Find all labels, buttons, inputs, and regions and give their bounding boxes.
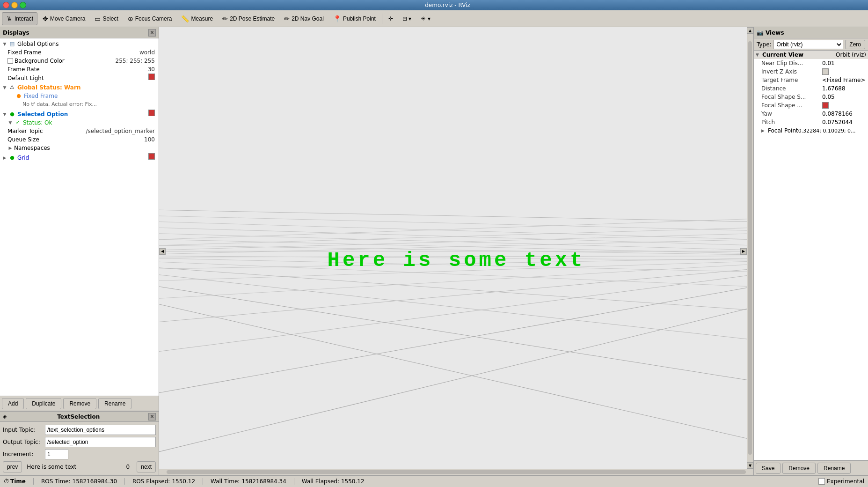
status-ok-label: Status: Ok [23,118,52,127]
default-light-checkbox[interactable] [148,74,155,80]
toolbar-extra-1[interactable]: ✛ [384,12,397,25]
views-zero-button[interactable]: Zero [845,40,865,49]
focal-point-row[interactable]: ▶ Focal Point 0.32284; 0.10029; 0... [754,126,868,135]
marker-topic-row[interactable]: Marker Topic /selected_option_marker [0,127,159,135]
experimental-label: Experimental [827,478,864,485]
ts-increment-field[interactable] [45,449,68,459]
displays-close-button[interactable]: ✕ [148,29,156,37]
ts-close-button[interactable]: ✕ [148,413,156,421]
global-status-expand[interactable]: ▼ [2,85,7,90]
global-options-row[interactable]: ▼ ▤ Global Options [0,40,159,48]
grid-row[interactable]: ▶ ● Grid [0,153,159,162]
views-rename-button[interactable]: Rename [817,463,851,474]
measure-button[interactable]: 📏 Measure [177,12,217,25]
grid-icon: ● [8,154,16,162]
views-type-select[interactable]: Orbit (rviz) [773,40,844,49]
pose-estimate-icon: ✏ [222,15,228,22]
pose-estimate-button[interactable]: ✏ 2D Pose Estimate [218,12,279,25]
ts-prev-button[interactable]: prev [3,461,22,472]
selected-option-expand[interactable]: ▼ [2,111,7,117]
namespaces-row[interactable]: ▶ Namespaces [0,144,159,152]
background-color-swatch[interactable] [7,58,13,64]
ts-output-topic-field[interactable] [45,437,156,447]
default-light-row[interactable]: Default Light [0,74,159,82]
toolbar-extra-2[interactable]: ⊟ ▾ [398,12,416,25]
grid-expand[interactable]: ▶ [2,155,7,161]
focus-camera-button[interactable]: ⊕ Focus Camera [124,12,176,25]
select-icon: ▭ [95,15,101,22]
h-scroll-track[interactable] [167,470,746,474]
v-scroll-track[interactable] [748,41,752,455]
measure-icon: 📏 [181,15,189,22]
ros-elapsed-label: ROS Elapsed: [132,478,170,485]
current-view-header[interactable]: ▼ Current View Orbit (rviz) [754,51,868,59]
interact-button[interactable]: 🖱 Interact [2,12,37,25]
selected-option-checkbox [148,110,157,118]
maximize-button[interactable] [20,2,26,8]
rename-button[interactable]: Rename [98,398,131,409]
fixed-frame-value: world [139,48,157,57]
fixed-frame-warn-value: No tf data. Actual error: Fix... [22,100,97,109]
toolbar: 🖱 Interact ✥ Move Camera ▭ Select ⊕ Focu… [0,10,868,27]
views-tree: ▼ Current View Orbit (rviz) Near Clip Di… [754,51,868,460]
status-ok-expand[interactable]: ▼ [7,120,13,125]
window-controls[interactable] [3,2,26,8]
duplicate-button[interactable]: Duplicate [26,398,61,409]
toolbar-extra-3[interactable]: ☀ ▾ [416,12,434,25]
svg-line-12 [159,269,753,322]
minimize-button[interactable] [11,2,18,8]
window-title: demo.rviz - RViz [30,2,865,8]
publish-point-button[interactable]: 📍 Publish Point [329,12,380,25]
horizontal-scrollbar[interactable] [159,469,753,475]
scroll-left-arrow[interactable]: ◀ [159,248,166,255]
select-button[interactable]: ▭ Select [90,12,122,25]
selected-option-row[interactable]: ▼ ● Selected Option [0,110,159,118]
background-color-row[interactable]: Background Color 255; 255; 255 [0,57,159,65]
focal-shape-checkbox[interactable] [822,102,829,109]
vertical-scrollbar[interactable]: ▲ ▼ [747,27,753,469]
views-remove-button[interactable]: Remove [782,463,816,474]
svg-line-24 [159,275,753,340]
ts-output-topic-label: Output Topic: [3,439,45,445]
fixed-frame-row[interactable]: Fixed Frame world [0,48,159,57]
ts-input-topic-field[interactable] [45,425,156,435]
namespaces-expand[interactable]: ▶ [7,145,13,151]
svg-line-25 [159,287,753,381]
status-ok-row[interactable]: ▼ ✓ Status: Ok [0,118,159,127]
ts-title: TextSelection [57,413,100,420]
frame-rate-row[interactable]: Frame Rate 30 [0,65,159,74]
add-button[interactable]: Add [2,398,24,409]
pitch-label: Pitch [761,119,822,125]
queue-size-row[interactable]: Queue Size 100 [0,135,159,144]
experimental-checkbox[interactable] [818,478,825,485]
grid-vis-checkbox[interactable] [148,153,155,160]
svg-line-14 [159,287,753,393]
selected-option-vis-checkbox[interactable] [148,110,155,116]
fixed-frame-warn-row[interactable]: ● Fixed Frame [0,92,159,100]
views-title: Views [766,30,784,36]
selected-option-item: ▼ ● Selected Option ▼ ✓ Status: Ok [0,109,159,153]
current-view-expand[interactable]: ▼ [756,52,761,57]
remove-button[interactable]: Remove [63,398,96,409]
viewport[interactable]: Here is some text ◀ ▶ ▲ ▼ [159,27,753,475]
invert-z-checkbox[interactable] [822,68,829,75]
scroll-up-arrow[interactable]: ▲ [747,27,753,34]
scroll-down-arrow[interactable]: ▼ [747,462,753,469]
yaw-row: Yaw 0.0878166 [754,110,868,118]
ros-elapsed-value: 1550.12 [172,478,195,485]
global-options-expand[interactable]: ▼ [2,41,7,47]
wall-time-item: Wall Time: 1582168984.34 [211,478,286,485]
scroll-right-arrow[interactable]: ▶ [740,248,747,255]
views-save-button[interactable]: Save [756,463,780,474]
close-button[interactable] [3,2,9,8]
text-selection-panel: ◈ TextSelection ✕ Input Topic: Output To… [0,411,159,475]
global-status-row[interactable]: ▼ ⚠ Global Status: Warn [0,83,159,92]
wall-elapsed-item: Wall Elapsed: 1550.12 [302,478,365,485]
status-sep-3 [203,478,203,485]
status-bar: ⏱ Time ROS Time: 1582168984.30 ROS Elaps… [0,475,868,487]
focal-point-expand[interactable]: ▶ [761,128,767,133]
move-camera-button[interactable]: ✥ Move Camera [38,12,89,25]
nav-goal-button[interactable]: ✏ 2D Nav Goal [280,12,328,25]
ts-next-button[interactable]: next [137,461,156,472]
yaw-label: Yaw [761,111,822,117]
